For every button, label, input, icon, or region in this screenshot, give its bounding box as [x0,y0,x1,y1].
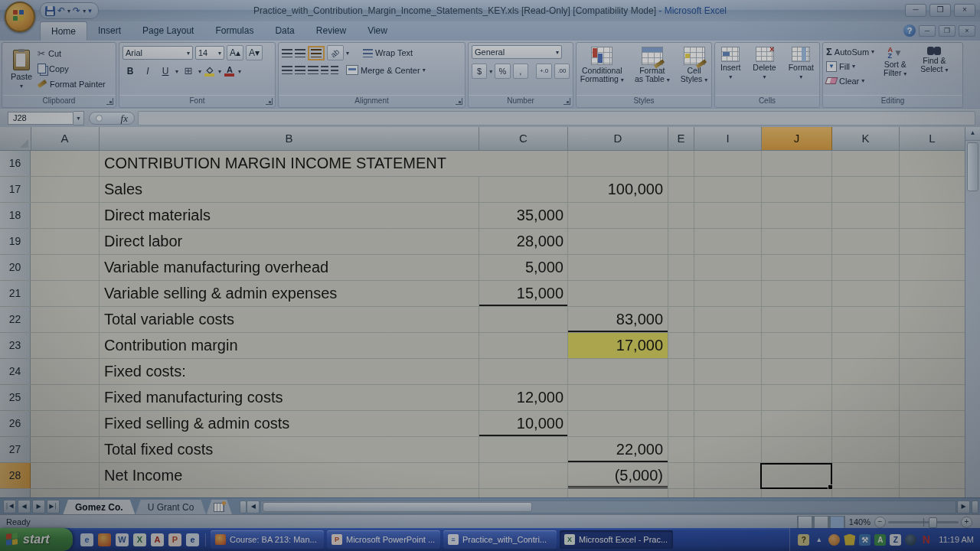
zoom-in-icon[interactable]: + [961,517,972,528]
row-header-26[interactable]: 26 [0,411,31,436]
row-header-24[interactable]: 24 [0,359,31,384]
increase-indent-icon[interactable] [331,66,338,74]
increase-decimal-icon[interactable]: +.0 [536,64,551,79]
cell-D28[interactable]: (5,000) [568,463,668,488]
row-header-25[interactable]: 25 [0,385,31,410]
shrink-font-icon[interactable]: A▾ [246,45,263,60]
align-top-icon[interactable] [282,49,292,57]
workbook-restore-button[interactable]: ❐ [939,25,956,37]
z-app-tray-icon[interactable]: Z [890,534,901,546]
format-cells-button[interactable]: Format▾ [784,45,818,93]
page-break-view-icon[interactable] [829,516,845,529]
grid-row-29-partial[interactable] [0,489,980,497]
grid-row-18[interactable]: 18 Direct materials 35,000 [0,203,980,229]
close-button[interactable]: × [954,4,975,17]
insert-worksheet-tab[interactable] [206,500,232,515]
grid-row-17[interactable]: 17 Sales 100,000 [0,177,980,203]
workbook-minimize-button[interactable]: ─ [919,25,936,37]
taskbar-clock[interactable]: 11:19 AM [939,535,974,544]
conditional-formatting-button[interactable]: ConditionalFormatting ▾ [576,45,629,93]
tab-formulas[interactable]: Formulas [204,21,264,41]
workbook-close-button[interactable]: × [959,25,975,37]
cell-B19[interactable]: Direct labor [100,229,479,254]
cell-B22[interactable]: Total variable costs [100,307,479,332]
row-header-17[interactable]: 17 [0,177,31,202]
minimize-button[interactable]: ─ [905,4,926,17]
tab-split-handle[interactable] [240,500,247,514]
scroll-up-icon[interactable]: ▲ [965,127,980,141]
antivirus-tray-icon[interactable]: A [874,534,886,546]
col-header-C[interactable]: C [479,127,568,150]
row-header-18[interactable]: 18 [0,203,31,228]
scroll-left-icon[interactable]: ◀ [247,500,260,514]
select-all-corner[interactable] [0,127,31,150]
cell-styles-button[interactable]: CellStyles ▾ [676,45,713,93]
align-right-icon[interactable] [308,66,318,74]
grid-row-19[interactable]: 19 Direct labor 28,000 [0,229,980,255]
netscape-tray-icon[interactable]: N [920,534,932,546]
col-header-E[interactable]: E [668,127,694,150]
find-select-button[interactable]: Find &Select ▾ [916,45,952,93]
excel-icon[interactable]: X [133,533,146,546]
cell-B26[interactable]: Fixed selling & admin costs [100,411,479,436]
col-header-K[interactable]: K [832,127,900,150]
cell-C20[interactable]: 5,000 [479,255,567,280]
underline-button[interactable]: U [158,64,173,78]
format-as-table-button[interactable]: Formatas Table ▾ [630,45,675,93]
cell-C21[interactable]: 15,000 [479,281,567,306]
grid-row-21[interactable]: 21 Variable selling & admin expenses 15,… [0,281,980,307]
zoom-level[interactable]: 140% [849,517,871,527]
normal-view-icon[interactable] [797,516,813,529]
dialog-launcher-icon[interactable] [564,98,570,105]
word-icon[interactable]: W [116,533,129,546]
align-center-icon[interactable] [295,66,305,74]
scroll-right-icon[interactable]: ▶ [957,500,970,514]
tools-tray-icon[interactable]: ⚒ [859,534,871,546]
security-shield-icon[interactable] [844,534,855,546]
cell-B25[interactable]: Fixed manufacturing costs [100,385,479,410]
show-hidden-icons-icon[interactable]: ▴ [813,534,825,546]
copy-button[interactable]: Copy [38,62,106,75]
tab-view[interactable]: View [357,21,398,41]
currency-format-icon[interactable]: $ [472,64,487,79]
cell-B23[interactable]: Contribution margin [100,333,479,358]
restore-button[interactable]: ❐ [929,4,951,17]
cell-B18[interactable]: Direct materials [100,203,479,228]
cell-D22[interactable]: 83,000 [568,307,668,332]
task-button-excel-active[interactable]: X Microsoft Excel - Prac... [560,530,673,549]
insert-function-button[interactable]: fx [89,112,135,125]
task-button-powerpoint[interactable]: P Microsoft PowerPoint ... [327,530,440,549]
cell-B16[interactable]: CONTRIBUTION MARGIN INCOME STATEMENT [100,151,565,176]
grid-row-23[interactable]: 23 Contribution margin 17,000 [0,333,980,359]
messenger-tray-icon[interactable] [828,534,840,546]
font-name-combo[interactable]: Arial▾ [122,46,193,60]
grow-font-icon[interactable]: A▴ [227,45,243,60]
grid-row-16[interactable]: 16 CONTRIBUTION MARGIN INCOME STATEMENT [0,151,980,177]
vertical-scroll-thumb[interactable] [967,142,978,191]
align-bottom-icon[interactable] [311,49,322,57]
powerpoint-icon[interactable]: P [168,533,181,546]
dialog-launcher-icon[interactable] [456,98,462,105]
browser-icon[interactable]: e [186,533,199,546]
comma-format-icon[interactable]: , [513,64,528,79]
row-header-16[interactable]: 16 [0,151,31,176]
align-left-icon[interactable] [282,66,292,74]
grid-row-24[interactable]: 24 Fixed costs: [0,359,980,385]
sheet-tab-gomez[interactable]: Gomez Co. [63,500,136,515]
row-header-20[interactable]: 20 [0,255,31,280]
col-header-D[interactable]: D [568,127,668,150]
font-size-combo[interactable]: 14▾ [195,46,224,60]
row-header-29[interactable] [0,489,31,497]
decrease-decimal-icon[interactable]: .00 [554,64,570,79]
cell-B20[interactable]: Variable manufacturing overhead [100,255,479,280]
cell-C26[interactable]: 10,000 [479,411,567,436]
cell-C18[interactable]: 35,000 [479,203,567,228]
borders-icon[interactable]: ⊞ [181,64,196,78]
formula-input[interactable] [138,111,975,126]
next-sheet-icon[interactable]: ▶ [32,500,45,514]
orientation-icon[interactable]: ab [327,45,344,60]
row-header-27[interactable]: 27 [0,437,31,462]
task-button-firefox-course[interactable]: Course: BA 213: Man... [211,530,324,549]
row-header-21[interactable]: 21 [0,281,31,306]
clear-button[interactable]: Clear▾ [826,74,874,87]
